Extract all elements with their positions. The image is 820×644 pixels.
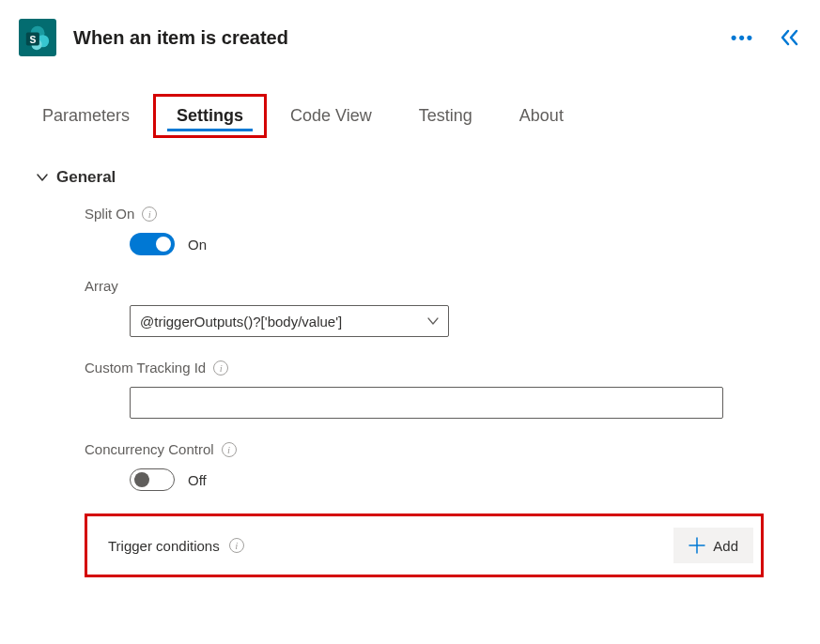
tab-testing[interactable]: Testing bbox=[395, 94, 496, 138]
add-trigger-condition-button[interactable]: Add bbox=[673, 528, 753, 563]
info-icon[interactable]: i bbox=[142, 207, 157, 222]
array-value: @triggerOutputs()?['body/value'] bbox=[140, 314, 342, 330]
split-on-toggle[interactable] bbox=[130, 233, 175, 255]
sharepoint-glyph-icon: S bbox=[23, 23, 52, 52]
header-bar: S When an item is created ••• bbox=[19, 19, 801, 56]
concurrency-label-row: Concurrency Control i bbox=[85, 441, 801, 457]
concurrency-state: Off bbox=[188, 472, 207, 488]
header-right: ••• bbox=[731, 28, 801, 48]
section-general-header[interactable]: General bbox=[36, 168, 801, 187]
header-left: S When an item is created bbox=[19, 19, 288, 56]
tab-settings[interactable]: Settings bbox=[153, 94, 267, 138]
split-on-toggle-row: On bbox=[130, 233, 801, 255]
array-select[interactable]: @triggerOutputs()?['body/value'] bbox=[130, 305, 449, 337]
trigger-conditions-label: Trigger conditions bbox=[108, 538, 220, 554]
tab-code-view[interactable]: Code View bbox=[267, 94, 395, 138]
add-button-label: Add bbox=[713, 538, 738, 554]
split-on-state: On bbox=[188, 237, 207, 253]
info-icon[interactable]: i bbox=[222, 442, 237, 457]
section-general-title: General bbox=[56, 168, 116, 187]
trigger-conditions-left: Trigger conditions i bbox=[108, 538, 244, 554]
custom-tracking-input[interactable] bbox=[130, 387, 723, 419]
trigger-conditions-row: Trigger conditions i Add bbox=[85, 514, 764, 577]
toggle-knob bbox=[134, 472, 149, 487]
tab-about[interactable]: About bbox=[496, 94, 587, 138]
toggle-knob bbox=[156, 237, 171, 252]
svg-text:S: S bbox=[29, 35, 36, 45]
split-on-label: Split On bbox=[85, 206, 134, 222]
info-icon[interactable]: i bbox=[229, 538, 244, 553]
more-options-icon[interactable]: ••• bbox=[731, 28, 754, 48]
custom-tracking-label: Custom Tracking Id bbox=[85, 360, 206, 376]
tab-bar: Parameters Settings Code View Testing Ab… bbox=[19, 94, 801, 138]
sharepoint-icon: S bbox=[19, 19, 56, 56]
array-label-row: Array bbox=[85, 278, 801, 294]
concurrency-toggle[interactable] bbox=[130, 468, 175, 491]
chevron-down-icon bbox=[427, 315, 439, 327]
array-field: Array @triggerOutputs()?['body/value'] bbox=[85, 278, 801, 337]
split-on-field: Split On i On bbox=[85, 206, 801, 255]
collapse-icon[interactable] bbox=[781, 29, 801, 46]
array-label: Array bbox=[85, 278, 118, 294]
custom-tracking-label-row: Custom Tracking Id i bbox=[85, 360, 801, 376]
concurrency-field: Concurrency Control i Off bbox=[85, 441, 801, 491]
info-icon[interactable]: i bbox=[213, 360, 228, 376]
tab-parameters[interactable]: Parameters bbox=[19, 94, 153, 138]
plus-icon bbox=[688, 537, 705, 554]
card-title: When an item is created bbox=[73, 27, 288, 49]
chevron-down-icon bbox=[36, 171, 49, 184]
custom-tracking-field: Custom Tracking Id i bbox=[85, 360, 801, 419]
split-on-label-row: Split On i bbox=[85, 206, 801, 222]
concurrency-toggle-row: Off bbox=[130, 468, 801, 491]
concurrency-label: Concurrency Control bbox=[85, 441, 214, 457]
